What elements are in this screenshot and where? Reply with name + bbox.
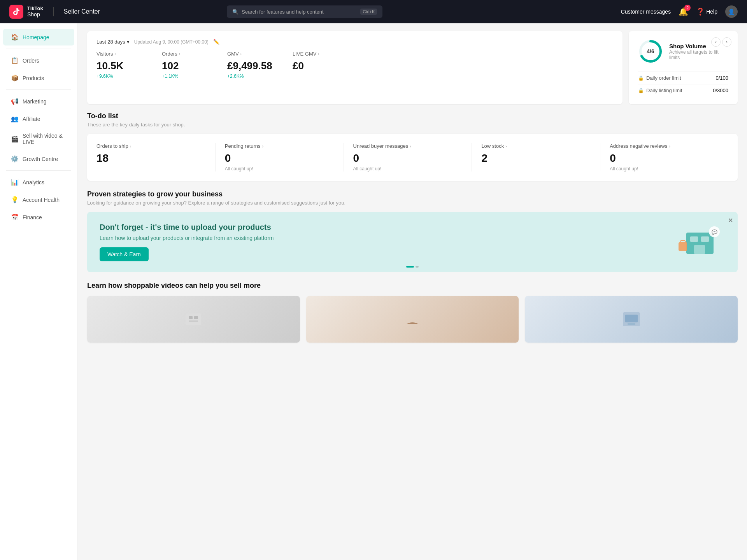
- svg-rect-5: [694, 245, 705, 254]
- header-actions: Customer messages 🔔 2 ❓ Help 👤: [621, 5, 738, 18]
- orders-label: Orders ›: [162, 51, 209, 57]
- sidebar-item-growth[interactable]: ⚙️ Growth Centre: [3, 150, 74, 167]
- sidebar-item-orders[interactable]: 📋 Orders: [3, 52, 74, 69]
- pending-returns-value: 0: [225, 152, 334, 164]
- help-icon: ❓: [696, 7, 705, 16]
- search-icon: 🔍: [232, 9, 238, 15]
- orders-value: 102: [162, 60, 209, 72]
- low-stock-arrow: ›: [505, 144, 507, 149]
- todo-card: Orders to ship › 18 Pending returns › 0 …: [87, 134, 738, 181]
- main-content: Last 28 days ▾ Updated Aug 9, 00:00 (GMT…: [78, 23, 747, 350]
- svg-rect-12: [189, 320, 198, 322]
- promo-content: Don't forget - it's time to upload your …: [100, 223, 675, 261]
- sidebar-label-finance: Finance: [23, 214, 42, 220]
- search-bar[interactable]: 🔍 Search for features and help content C…: [227, 5, 382, 18]
- stats-card: Last 28 days ▾ Updated Aug 9, 00:00 (GMT…: [87, 31, 622, 104]
- metric-gmv[interactable]: GMV › £9,499.58 +2.6K%: [227, 51, 274, 79]
- svg-rect-16: [625, 315, 638, 322]
- gmv-change: +2.6K%: [227, 74, 274, 79]
- sidebar-item-affiliate[interactable]: 👥 Affiliate: [3, 110, 74, 127]
- todo-section: To-do list These are the key daily tasks…: [87, 112, 738, 181]
- shop-volume-progress: 4/6: [638, 39, 663, 64]
- orders-to-ship-arrow: ›: [130, 144, 132, 149]
- sidebar-label-analytics: Analytics: [23, 179, 44, 186]
- todo-negative-reviews[interactable]: Address negative reviews › 0 All caught …: [600, 143, 728, 172]
- header: TikTok Shop Seller Center 🔍 Search for f…: [0, 0, 747, 23]
- svg-rect-4: [701, 236, 709, 242]
- video-card-2[interactable]: [306, 296, 519, 343]
- todo-metrics: Orders to ship › 18 Pending returns › 0 …: [96, 143, 728, 172]
- videos-title: Learn how shoppable videos can help you …: [87, 282, 738, 290]
- page-layout: 🏠 Homepage 📋 Orders 📦 Products 📢 Marketi…: [0, 23, 747, 350]
- svg-text:💬: 💬: [712, 229, 717, 235]
- visitors-value: 10.5K: [96, 60, 143, 72]
- shop-illustration-svg: 💬: [675, 225, 725, 260]
- shop-volume-card: ‹ › 4/6 Shop Volume Achieve all targets …: [629, 31, 738, 104]
- promo-illustration: 💬: [675, 225, 725, 260]
- strategies-subtitle: Looking for guidance on growing your sho…: [87, 200, 738, 206]
- visitors-change: +9.6K%: [96, 74, 143, 79]
- tiktok-logo-icon: [9, 5, 23, 19]
- daily-order-limit-value: 0/100: [715, 75, 728, 81]
- negative-reviews-label: Address negative reviews ›: [610, 143, 719, 149]
- date-range-dropdown[interactable]: Last 28 days ▾: [96, 39, 130, 45]
- sidebar-item-sell-video[interactable]: 🎬 Sell with video & LIVE: [3, 128, 74, 150]
- svg-rect-11: [194, 316, 198, 319]
- metric-live-gmv[interactable]: LIVE GMV › £0: [293, 51, 339, 79]
- video-icon: 🎬: [11, 135, 19, 143]
- svg-rect-9: [186, 313, 201, 325]
- video-card-3[interactable]: [525, 296, 738, 343]
- todo-pending-returns[interactable]: Pending returns › 0 All caught up!: [216, 143, 344, 172]
- metric-orders[interactable]: Orders › 102 +1.1K%: [162, 51, 209, 79]
- finance-icon: 📅: [11, 214, 19, 221]
- next-arrow-button[interactable]: ›: [722, 37, 731, 47]
- video-card-1[interactable]: [87, 296, 300, 343]
- low-stock-value: 2: [481, 152, 591, 164]
- live-gmv-value: £0: [293, 60, 339, 72]
- sidebar-item-finance[interactable]: 📅 Finance: [3, 209, 74, 226]
- todo-unread-messages[interactable]: Unread buyer messages › 0 All caught up!: [344, 143, 472, 172]
- sidebar-label-homepage: Homepage: [23, 34, 49, 40]
- unread-messages-note: All caught up!: [353, 166, 463, 172]
- metric-visitors[interactable]: Visitors › 10.5K +9.6K%: [96, 51, 143, 79]
- visitors-label: Visitors ›: [96, 51, 143, 57]
- gmv-value: £9,499.58: [227, 60, 274, 72]
- sidebar-item-products[interactable]: 📦 Products: [3, 70, 74, 86]
- low-stock-label: Low stock ›: [481, 143, 591, 149]
- unread-messages-value: 0: [353, 152, 463, 164]
- carousel-dot-active: [406, 266, 414, 268]
- sidebar-label-affiliate: Affiliate: [23, 116, 40, 122]
- sidebar: 🏠 Homepage 📋 Orders 📦 Products 📢 Marketi…: [0, 23, 78, 350]
- thumbnail-illustration-3: [620, 308, 643, 331]
- sidebar-item-analytics[interactable]: 📊 Analytics: [3, 174, 74, 191]
- close-banner-button[interactable]: ✕: [728, 217, 733, 224]
- sidebar-item-marketing[interactable]: 📢 Marketing: [3, 93, 74, 110]
- help-button[interactable]: ❓ Help: [696, 7, 717, 16]
- watch-earn-button[interactable]: Watch & Earn: [100, 247, 149, 261]
- daily-listing-limit-value: 0/3000: [713, 88, 728, 93]
- sidebar-item-homepage[interactable]: 🏠 Homepage: [3, 29, 74, 46]
- notification-badge: 2: [684, 5, 691, 11]
- todo-subtitle: These are the key daily tasks for your s…: [87, 122, 738, 128]
- orders-change: +1.1K%: [162, 74, 209, 79]
- strategies-section: Proven strategies to grow your business …: [87, 190, 738, 272]
- shop-volume-nav: ‹ ›: [711, 37, 731, 47]
- prev-arrow-button[interactable]: ‹: [711, 37, 721, 47]
- promo-banner: Don't forget - it's time to upload your …: [87, 212, 738, 272]
- todo-orders-to-ship[interactable]: Orders to ship › 18: [96, 143, 216, 172]
- live-gmv-arrow-icon: ›: [318, 52, 319, 56]
- video-thumbnail-3: [525, 296, 738, 343]
- sidebar-label-orders: Orders: [23, 58, 39, 64]
- sidebar-label-growth: Growth Centre: [23, 156, 58, 162]
- search-placeholder-text: Search for features and help content: [242, 9, 323, 15]
- notification-bell-button[interactable]: 🔔 2: [679, 7, 688, 16]
- unread-messages-arrow: ›: [410, 144, 411, 149]
- sidebar-item-account-health[interactable]: 💡 Account Health: [3, 191, 74, 208]
- customer-messages-button[interactable]: Customer messages: [621, 9, 671, 15]
- user-avatar-button[interactable]: 👤: [725, 5, 738, 18]
- edit-icon[interactable]: ✏️: [213, 39, 219, 45]
- todo-low-stock[interactable]: Low stock › 2: [472, 143, 600, 172]
- chevron-down-icon: ▾: [127, 39, 130, 45]
- analytics-icon: 📊: [11, 178, 19, 186]
- help-label: Help: [706, 9, 717, 15]
